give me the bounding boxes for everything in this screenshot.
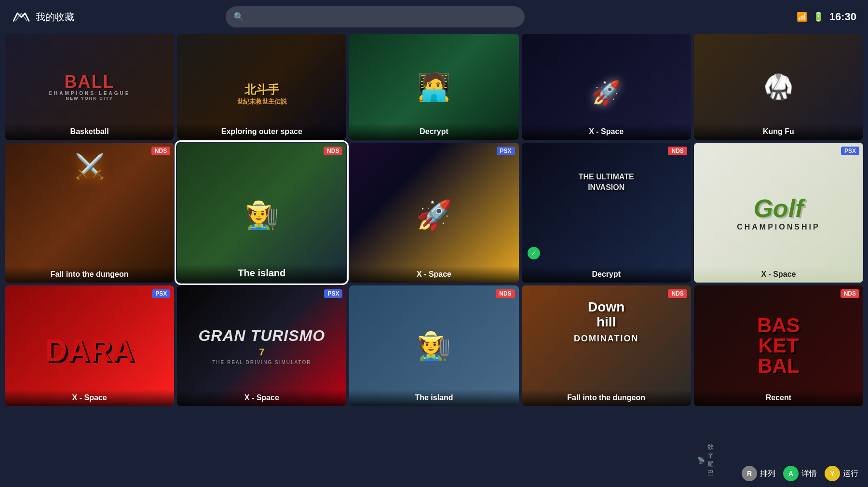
basket-bottom-label: Recent: [694, 390, 863, 406]
checkmark-badge: ✓: [528, 247, 540, 259]
game-card-golf[interactable]: Golf CHAMPIONSHIP PSX X - Space: [694, 143, 863, 283]
details-button[interactable]: A 详情: [783, 466, 817, 481]
island-bottom-label: The island: [349, 390, 518, 406]
game-card-island-bottom[interactable]: 🧑‍🌾 NDS The island: [349, 285, 518, 406]
r-button-circle: R: [742, 466, 757, 481]
wifi-icon: 📶: [797, 12, 807, 22]
y-button-circle: Y: [825, 466, 840, 481]
top-game-row: BALL CHAMPIONS LEAGUE NEW YORK CITY Bask…: [0, 34, 868, 140]
golf-label: X - Space: [694, 266, 863, 283]
golf-platform-badge: PSX: [841, 147, 859, 155]
downhill-platform-badge: NDS: [668, 289, 687, 298]
game-card-xspace-top[interactable]: 🚀 X - Space: [522, 34, 691, 140]
logo-area: 我的收藏: [12, 10, 108, 24]
game-card-exploring[interactable]: 北斗手 世紀末救世主伝説 Exploring outer space: [177, 34, 346, 140]
status-bar: 📶 🔋 16:30: [760, 11, 856, 23]
game-card-dungeon[interactable]: ⚔️ NDS Fall into the dungeon: [5, 143, 174, 283]
downhill-label: Fall into the dungeon: [522, 390, 691, 406]
run-button[interactable]: Y 运行: [825, 466, 858, 481]
dara-label: X - Space: [5, 390, 174, 406]
game-card-xspace-mid[interactable]: 🚀 PSX X - Space: [349, 143, 518, 283]
clock: 16:30: [829, 11, 856, 23]
island-bottom-platform-badge: NDS: [496, 289, 515, 298]
run-label: 运行: [843, 469, 858, 479]
golf-art: Golf CHAMPIONSHIP: [694, 143, 863, 283]
details-label: 详情: [801, 469, 817, 479]
dungeon-label: Fall into the dungeon: [5, 266, 174, 283]
gran-label: X - Space: [177, 390, 346, 406]
game-card-gran[interactable]: GRAN TURISMO 7 THE REAL DRIVING SIMULATO…: [177, 285, 346, 406]
game-card-decrypt-mid[interactable]: THE ULTIMATEINVASION NDS ✓ Decrypt: [522, 143, 691, 283]
xspace-mid-label: X - Space: [349, 266, 518, 283]
watermark-text: 数字尾巴: [707, 443, 714, 477]
xspace-mid-platform-badge: PSX: [497, 147, 515, 155]
island-bottom-art: 🧑‍🌾: [349, 285, 518, 406]
watermark: 📡 数字尾巴: [697, 443, 714, 477]
basket-bottom-art: BASKETBAL: [694, 285, 863, 406]
decrypt-top-label: Decrypt: [349, 123, 518, 140]
game-card-basketball[interactable]: BALL CHAMPIONS LEAGUE NEW YORK CITY Bask…: [5, 34, 174, 140]
game-card-dara[interactable]: DARA PSX X - Space: [5, 285, 174, 406]
dungeon-platform-badge: NDS: [151, 147, 170, 155]
header: 我的收藏 🔍 📶 🔋 16:30: [0, 0, 868, 34]
action-bar: 📡 数字尾巴 R 排列 A 详情 Y 运行: [742, 466, 858, 481]
decrypt-mid-platform-badge: NDS: [668, 147, 687, 155]
game-card-decrypt-top[interactable]: 🧑‍💻 Decrypt: [349, 34, 518, 140]
sort-button[interactable]: R 排列: [742, 466, 775, 481]
watermark-icon: 📡: [697, 457, 705, 464]
gran-platform-badge: PSX: [324, 289, 342, 298]
island-platform-badge: NDS: [324, 147, 342, 155]
search-bar[interactable]: 🔍: [226, 6, 525, 27]
kungfu-label: Kung Fu: [694, 123, 863, 140]
decrypt-mid-label: Decrypt: [522, 266, 691, 283]
bottom-game-row: DARA PSX X - Space GRAN TURISMO 7 THE RE…: [0, 285, 868, 406]
island-label: The island: [177, 264, 346, 283]
game-card-downhill[interactable]: DownhillDOMINATION NDS Fall into the dun…: [522, 285, 691, 406]
basket-bottom-platform-badge: NDS: [841, 289, 859, 298]
downhill-art: DownhillDOMINATION: [522, 285, 691, 406]
dungeon-art: ⚔️: [5, 143, 174, 283]
dara-art: DARA: [5, 285, 174, 406]
a-button-circle: A: [783, 466, 799, 481]
xspace-mid-art: 🚀: [349, 143, 518, 283]
game-card-kungfu[interactable]: 🥋 Kung Fu: [694, 34, 863, 140]
island-art: 🧑‍🌾: [177, 143, 346, 283]
game-card-island[interactable]: 🧑‍🌾 NDS The island: [177, 143, 346, 283]
decrypt-mid-art: THE ULTIMATEINVASION: [522, 143, 691, 283]
basketball-label: Basketball: [5, 123, 174, 140]
logo-icon: [12, 10, 31, 24]
gran-art: GRAN TURISMO 7 THE REAL DRIVING SIMULATO…: [177, 285, 346, 406]
logo-text: 我的收藏: [36, 11, 74, 24]
xspace-top-label: X - Space: [522, 123, 691, 140]
dara-platform-badge: PSX: [152, 289, 170, 298]
mid-game-row: ⚔️ NDS Fall into the dungeon 🧑‍🌾 NDS The…: [0, 143, 868, 283]
sort-label: 排列: [760, 469, 775, 479]
game-card-basket-bottom[interactable]: BASKETBAL NDS Recent: [694, 285, 863, 406]
battery-icon: 🔋: [813, 12, 824, 22]
search-icon: 🔍: [233, 12, 244, 22]
exploring-label: Exploring outer space: [177, 123, 346, 140]
